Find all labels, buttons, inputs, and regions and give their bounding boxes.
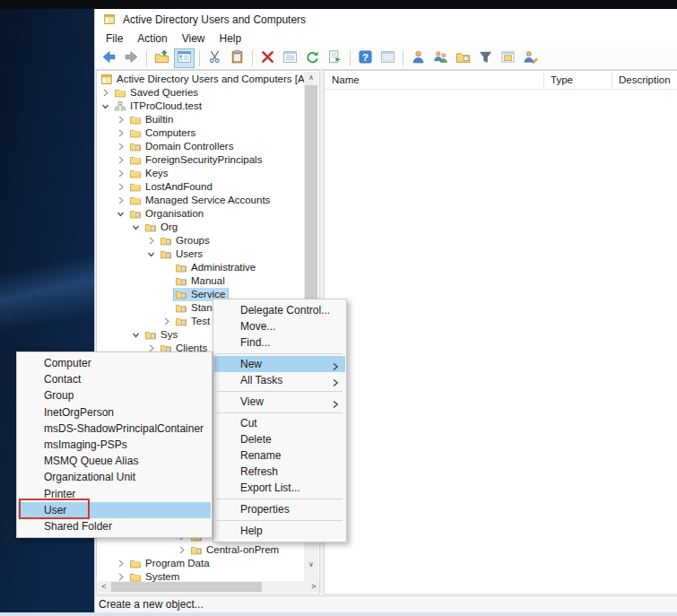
column-separator[interactable] [543,73,544,88]
chevron-down-icon[interactable] [100,100,111,112]
context-menu-item-find[interactable]: Find... [214,334,345,351]
context-menu-item-view[interactable]: View [214,394,345,410]
refresh-button[interactable] [302,48,323,68]
new-submenu-item-msmq-queue-alias[interactable]: MSMQ Queue Alias [18,453,211,469]
chevron-right-icon[interactable] [100,87,111,99]
scroll-down-icon[interactable]: ∨ [304,559,318,571]
tree-item-groups[interactable]: Groups [159,234,213,247]
tree-item-active-directory-users-and-computers-ads[interactable]: Active Directory Users and Computers [AD… [100,73,304,86]
new-submenu-item-msds-shadowprincipalcontainer[interactable]: msDS-ShadowPrincipalContainer [18,421,211,437]
tree-row-managed-service-accounts[interactable]: Managed Service Accounts [97,194,304,207]
tree-item-builtin[interactable]: Builtin [128,113,176,126]
tree-row-groups[interactable]: Groups [97,234,304,247]
tree-item-sys[interactable]: Sys [143,328,180,342]
new-submenu-item-computer[interactable]: Computer [18,355,211,371]
properties-list-button[interactable] [280,48,300,68]
tree-row-org[interactable]: Org [97,221,304,234]
context-menu-item-new[interactable]: New [214,356,345,372]
find-objects-button[interactable] [520,48,541,68]
new-submenu-item-printer[interactable]: Printer [18,486,211,502]
context-menu-item-help[interactable]: Help [214,523,345,539]
context-menu-item-delete[interactable]: Delete [214,431,345,447]
tree-row-computers[interactable]: Computers [97,126,304,140]
context-menu-item-all-tasks[interactable]: All Tasks [214,372,345,388]
tree-item-foreignsecurityprincipals[interactable]: ForeignSecurityPrincipals [128,153,265,167]
chevron-right-icon[interactable] [115,127,126,139]
tree-item-organisation[interactable]: Organisation [128,207,206,221]
menubar-item-action[interactable]: Action [130,30,174,47]
new-submenu-item-msimaging-psps[interactable]: msImaging-PSPs [18,437,211,453]
chevron-right-icon[interactable] [115,558,126,569]
context-menu-item-cut[interactable]: Cut [214,415,345,431]
delete-button[interactable] [257,48,278,68]
new-submenu-item-inetorgperson[interactable]: InetOrgPerson [18,404,211,421]
chevron-right-icon[interactable] [115,154,126,166]
tree-row-administrative[interactable]: Administrative [97,261,304,274]
tree-item-domain-controllers[interactable]: Domain Controllers [128,140,236,153]
new-ou-button[interactable] [453,48,473,68]
column-header-name[interactable]: Name [332,71,360,90]
tree-item-computers[interactable]: Computers [128,126,198,140]
menubar-item-view[interactable]: View [175,30,213,47]
tree-row-keys[interactable]: Keys [97,167,304,180]
tree-item-users[interactable]: Users [159,247,205,261]
chevron-right-icon[interactable] [115,181,126,193]
chevron-down-icon[interactable] [130,329,142,341]
chevron-right-icon[interactable] [115,141,126,152]
filter-options-button[interactable] [498,48,518,68]
chevron-right-icon[interactable] [115,195,126,206]
scroll-up-icon[interactable]: ∧ [304,72,318,84]
tree-item-keys[interactable]: Keys [128,167,171,180]
tree-item-saved-queries[interactable]: Saved Queries [113,86,201,100]
back-button[interactable] [99,48,119,68]
new-submenu-item-contact[interactable]: Contact [18,371,211,387]
tree-item-central-onprem[interactable]: Central-onPrem [189,543,282,557]
context-menu-item-delegate-control[interactable]: Delegate Control... [214,302,345,318]
tree-row-organisation[interactable]: Organisation [97,207,304,221]
tree-row-lostandfound[interactable]: LostAndFound [97,180,304,194]
set-filter-button[interactable] [475,48,496,68]
tree-row-central-onprem[interactable]: Central-onPrem [97,543,304,557]
tree-item-administrative[interactable]: Administrative [174,261,258,274]
new-submenu-item-shared-folder[interactable]: Shared Folder [18,518,211,534]
tree-row-manual[interactable]: Manual [97,274,304,288]
tree-row-itprocloud-test[interactable]: ITProCloud.test [97,100,304,113]
tree-item-manual[interactable]: Manual [174,274,228,288]
new-submenu-item-user[interactable]: User [18,502,211,518]
chevron-down-icon[interactable] [130,221,142,233]
column-header-type[interactable]: Type [551,71,573,90]
column-header-description[interactable]: Description [619,71,671,90]
tree-item-org[interactable]: Org [143,221,180,234]
up-one-level-button[interactable] [152,48,172,68]
chevron-right-icon[interactable] [115,114,126,126]
new-user-button[interactable] [408,48,429,68]
column-separator[interactable] [612,73,612,88]
tree-item-managed-service-accounts[interactable]: Managed Service Accounts [128,194,273,207]
tree-row-program-data[interactable]: Program Data [97,557,304,570]
chevron-right-icon[interactable] [161,316,172,327]
menubar-item-file[interactable]: File [99,30,130,47]
context-menu-item-properties[interactable]: Properties [214,501,345,517]
chevron-down-icon[interactable] [115,208,126,220]
tree-item-lostandfound[interactable]: LostAndFound [128,180,215,194]
tree-item-system[interactable]: System [128,570,182,584]
tree-row-domain-controllers[interactable]: Domain Controllers [97,140,304,153]
new-group-button[interactable] [430,48,451,68]
tree-item-itprocloud-test[interactable]: ITProCloud.test [113,100,204,113]
chevron-right-icon[interactable] [145,235,157,247]
forward-button[interactable] [121,48,142,68]
context-menu-item-refresh[interactable]: Refresh [214,464,345,480]
chevron-right-icon[interactable] [115,571,126,583]
context-menu-item-export-list[interactable]: Export List... [214,480,345,496]
chevron-right-icon[interactable] [176,544,187,556]
tree-row-foreignsecurityprincipals[interactable]: ForeignSecurityPrincipals [97,153,304,167]
tree-row-users[interactable]: Users [97,247,304,261]
scroll-right-icon[interactable]: > [308,581,320,593]
export-list-button[interactable] [325,48,345,68]
tree-row-saved-queries[interactable]: Saved Queries [97,86,304,100]
context-menu-item-move[interactable]: Move... [214,318,345,334]
console-window-button[interactable] [378,48,398,68]
chevron-down-icon[interactable] [145,248,157,260]
tree-row-system[interactable]: System [97,570,304,584]
tree-row-builtin[interactable]: Builtin [97,113,304,126]
